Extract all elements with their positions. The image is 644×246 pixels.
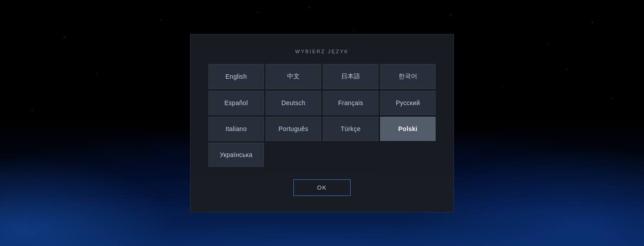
lang-btn-ukrainian[interactable]: Українська xyxy=(208,143,264,167)
lang-btn-korean[interactable]: 한국어 xyxy=(380,64,436,89)
lang-btn-italian[interactable]: Italiano xyxy=(208,117,264,141)
lang-btn-chinese[interactable]: 中文 xyxy=(266,64,321,89)
language-dialog: WYBIERZ JĘZYK English中文日本語한국어EspañolDeut… xyxy=(190,34,454,212)
lang-btn-french[interactable]: Français xyxy=(323,91,378,115)
dialog-title: WYBIERZ JĘZYK xyxy=(208,49,436,54)
ok-btn-container: OK xyxy=(208,179,436,196)
lang-btn-portuguese[interactable]: Português xyxy=(266,117,321,141)
language-grid: English中文日本語한국어EspañolDeutschFrançaisРус… xyxy=(208,64,436,167)
lang-btn-turkish[interactable]: Türkçe xyxy=(323,117,378,141)
lang-btn-japanese[interactable]: 日本語 xyxy=(323,64,378,89)
dialog-overlay: WYBIERZ JĘZYK English中文日本語한국어EspañolDeut… xyxy=(0,0,644,246)
lang-btn-spanish[interactable]: Español xyxy=(208,91,264,115)
lang-btn-german[interactable]: Deutsch xyxy=(266,91,321,115)
lang-btn-polish[interactable]: Polski xyxy=(380,117,436,141)
lang-btn-russian[interactable]: Русский xyxy=(380,91,436,115)
lang-btn-english[interactable]: English xyxy=(208,64,264,89)
ok-button[interactable]: OK xyxy=(293,179,351,196)
